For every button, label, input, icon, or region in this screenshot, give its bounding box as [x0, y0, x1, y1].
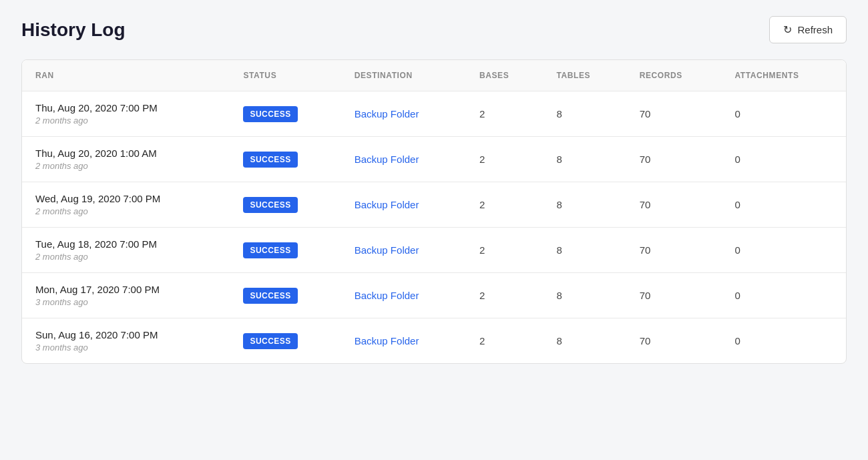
cell-destination: Backup Folder [341, 273, 466, 318]
cell-bases: 2 [466, 228, 544, 273]
date-primary: Wed, Aug 19, 2020 7:00 PM [35, 193, 216, 204]
date-primary: Thu, Aug 20, 2020 7:00 PM [35, 102, 216, 113]
status-badge: SUCCESS [243, 106, 297, 122]
cell-status: SUCCESS [230, 318, 341, 364]
cell-tables: 8 [543, 228, 626, 273]
col-records: RECORDS [626, 60, 722, 91]
cell-tables: 8 [543, 318, 626, 364]
date-relative: 2 months ago [35, 206, 216, 216]
status-badge: SUCCESS [243, 152, 297, 168]
cell-status: SUCCESS [230, 91, 341, 137]
table-row: Thu, Aug 20, 2020 7:00 PM2 months agoSUC… [22, 91, 846, 137]
cell-attachments: 0 [721, 137, 846, 182]
cell-destination: Backup Folder [341, 91, 466, 137]
cell-records: 70 [626, 182, 722, 228]
cell-attachments: 0 [721, 228, 846, 273]
cell-records: 70 [626, 318, 722, 364]
cell-bases: 2 [466, 182, 544, 228]
col-tables: TABLES [543, 60, 626, 91]
destination-link[interactable]: Backup Folder [355, 244, 419, 256]
status-badge: SUCCESS [243, 333, 297, 349]
cell-records: 70 [626, 273, 722, 318]
table-container: RAN STATUS DESTINATION BASES TABLES RECO… [21, 59, 847, 364]
cell-ran: Tue, Aug 18, 2020 7:00 PM2 months ago [22, 228, 230, 273]
table-row: Wed, Aug 19, 2020 7:00 PM2 months agoSUC… [22, 182, 846, 228]
cell-status: SUCCESS [230, 228, 341, 273]
cell-ran: Thu, Aug 20, 2020 7:00 PM2 months ago [22, 91, 230, 137]
cell-destination: Backup Folder [341, 318, 466, 364]
table-header-row: RAN STATUS DESTINATION BASES TABLES RECO… [22, 60, 846, 91]
date-primary: Tue, Aug 18, 2020 7:00 PM [35, 238, 216, 250]
cell-destination: Backup Folder [341, 182, 466, 228]
col-bases: BASES [466, 60, 544, 91]
table-row: Mon, Aug 17, 2020 7:00 PM3 months agoSUC… [22, 273, 846, 318]
cell-tables: 8 [543, 273, 626, 318]
date-primary: Mon, Aug 17, 2020 7:00 PM [35, 284, 216, 295]
cell-records: 70 [626, 228, 722, 273]
table-row: Tue, Aug 18, 2020 7:00 PM2 months agoSUC… [22, 228, 846, 273]
date-relative: 2 months ago [35, 252, 216, 262]
table-row: Thu, Aug 20, 2020 1:00 AM2 months agoSUC… [22, 137, 846, 182]
destination-link[interactable]: Backup Folder [355, 154, 419, 165]
cell-ran: Mon, Aug 17, 2020 7:00 PM3 months ago [22, 273, 230, 318]
cell-attachments: 0 [721, 318, 846, 364]
col-destination: DESTINATION [341, 60, 466, 91]
cell-tables: 8 [543, 91, 626, 137]
status-badge: SUCCESS [243, 288, 297, 304]
date-primary: Thu, Aug 20, 2020 1:00 AM [35, 148, 216, 159]
date-relative: 3 months ago [35, 342, 216, 353]
cell-status: SUCCESS [230, 137, 341, 182]
cell-bases: 2 [466, 91, 544, 137]
cell-records: 70 [626, 137, 722, 182]
cell-attachments: 0 [721, 182, 846, 228]
col-attachments: ATTACHMENTS [721, 60, 846, 91]
cell-bases: 2 [466, 273, 544, 318]
cell-status: SUCCESS [230, 182, 341, 228]
history-table: RAN STATUS DESTINATION BASES TABLES RECO… [22, 60, 846, 363]
status-badge: SUCCESS [243, 197, 297, 213]
refresh-label: Refresh [797, 24, 833, 35]
cell-records: 70 [626, 91, 722, 137]
refresh-button[interactable]: ↻ Refresh [769, 16, 847, 43]
cell-ran: Wed, Aug 19, 2020 7:00 PM2 months ago [22, 182, 230, 228]
cell-bases: 2 [466, 137, 544, 182]
col-status: STATUS [230, 60, 341, 91]
table-row: Sun, Aug 16, 2020 7:00 PM3 months agoSUC… [22, 318, 846, 364]
cell-ran: Sun, Aug 16, 2020 7:00 PM3 months ago [22, 318, 230, 364]
status-badge: SUCCESS [243, 242, 297, 258]
col-ran: RAN [22, 60, 230, 91]
cell-tables: 8 [543, 137, 626, 182]
cell-destination: Backup Folder [341, 228, 466, 273]
cell-tables: 8 [543, 182, 626, 228]
cell-status: SUCCESS [230, 273, 341, 318]
page-header: History Log ↻ Refresh [21, 16, 847, 43]
cell-bases: 2 [466, 318, 544, 364]
cell-attachments: 0 [721, 91, 846, 137]
date-relative: 3 months ago [35, 297, 216, 307]
destination-link[interactable]: Backup Folder [355, 290, 419, 301]
destination-link[interactable]: Backup Folder [355, 335, 419, 347]
cell-attachments: 0 [721, 273, 846, 318]
page-title: History Log [21, 19, 126, 41]
table-body: Thu, Aug 20, 2020 7:00 PM2 months agoSUC… [22, 91, 846, 364]
page-container: History Log ↻ Refresh RAN STATUS DESTINA… [0, 0, 868, 380]
table-header: RAN STATUS DESTINATION BASES TABLES RECO… [22, 60, 846, 91]
destination-link[interactable]: Backup Folder [355, 199, 419, 210]
date-relative: 2 months ago [35, 116, 216, 126]
destination-link[interactable]: Backup Folder [355, 108, 419, 120]
date-primary: Sun, Aug 16, 2020 7:00 PM [35, 329, 216, 340]
cell-destination: Backup Folder [341, 137, 466, 182]
date-relative: 2 months ago [35, 161, 216, 171]
refresh-icon: ↻ [783, 23, 792, 36]
cell-ran: Thu, Aug 20, 2020 1:00 AM2 months ago [22, 137, 230, 182]
